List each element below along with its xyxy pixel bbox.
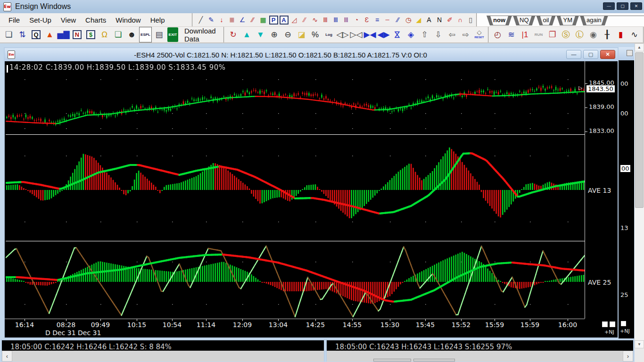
reset-view-icon[interactable]: ◇RESET — [472, 28, 486, 41]
background-window-button[interactable] — [627, 50, 633, 56]
bottom-mini-tab-2[interactable] — [413, 359, 455, 362]
chart-tab-YM[interactable]: YM — [557, 16, 579, 25]
bar-chart-icon[interactable]: ▅▇ — [57, 28, 70, 41]
menu-view[interactable]: View — [56, 14, 81, 26]
quote-board-icon[interactable]: Q — [29, 28, 43, 41]
fib-levels-tool-icon[interactable]: ≣ — [227, 14, 237, 26]
refresh-data-icon[interactable]: ↻ — [226, 28, 240, 41]
chart-window-titlebar[interactable]: Ew -ESH4 2500-Vol C:1821.50 N: H:1821.50… — [5, 48, 618, 61]
app-close-button[interactable]: ✕ — [630, 2, 642, 10]
broker-icon[interactable]: ☻ — [125, 28, 139, 41]
pan-up-icon[interactable]: ⇧ — [418, 28, 431, 41]
eraser-icon[interactable]: ◪ — [295, 28, 308, 41]
candle-style-icon[interactable]: ▮ — [614, 28, 627, 41]
chart-close-button[interactable]: ✕ — [600, 50, 615, 59]
menu-file[interactable]: File — [4, 14, 25, 26]
expansion-levels-tool-icon[interactable]: Ɛ — [362, 14, 372, 26]
bar-style-icon[interactable]: ╂ — [600, 28, 614, 41]
bottom-right-chart-window[interactable]: 18:05:00 C:16243 H:16243 L:16243 S:16255… — [326, 339, 634, 362]
scroll-down-icon[interactable]: ▼ — [254, 28, 267, 41]
triangle-tool-icon[interactable]: ◿ — [289, 14, 299, 26]
menu-help[interactable]: Help — [146, 14, 170, 26]
zoom-in-icon[interactable]: ⊕ — [267, 28, 281, 41]
page-left-icon[interactable]: ▶◀ — [363, 28, 377, 41]
dashed-line-tool-icon[interactable]: ┄ — [382, 14, 393, 26]
scroll-up-button[interactable]: ▲ — [635, 43, 644, 51]
app-maximize-button[interactable]: ▢ — [617, 2, 628, 10]
app-minimize-button[interactable]: — — [603, 2, 615, 10]
scrollbar-thumb[interactable] — [635, 52, 644, 208]
bottom-mini-tab-1[interactable] — [373, 359, 411, 362]
price-axis[interactable]: 1845.001843.501839.001833.00AVE 13AVE 25 — [585, 61, 618, 319]
alarm-clock-icon[interactable]: ◷ — [403, 14, 413, 26]
chart-tab-NQ[interactable]: NQ — [513, 16, 536, 25]
hscroll-right-button[interactable]: › — [623, 351, 633, 362]
alert-bell-icon[interactable]: Ω — [98, 28, 111, 41]
cycle-tool-icon[interactable]: ◔ — [351, 14, 362, 26]
pan-down-icon[interactable]: ⇩ — [431, 28, 445, 41]
percent-scale-icon[interactable]: % — [308, 28, 322, 41]
chart-maximize-button[interactable]: ▢ — [583, 50, 598, 59]
trendline-tool-icon[interactable]: ╱ — [196, 14, 206, 26]
cascade-windows-icon[interactable]: ❏ — [2, 28, 16, 41]
bottom-left-chart-window[interactable]: 18:05:00 C:16242 H:16246 L:16242 S: 8 84… — [1, 339, 325, 362]
bottom-left-hscrollbar[interactable]: ‹ — [2, 351, 324, 362]
print-icon[interactable]: ▤ — [152, 28, 166, 41]
download-data-button[interactable]: Download Data — [180, 27, 222, 43]
espl-icon[interactable]: ESPL — [139, 28, 152, 41]
app-vertical-scrollbar[interactable]: ▲ ▼ — [635, 43, 644, 362]
pan-right-icon[interactable]: ⇨ — [459, 28, 472, 41]
clock-icon[interactable]: ◴ — [491, 28, 504, 41]
hot-list-icon[interactable]: ▲ — [43, 28, 57, 41]
expand-vertical-icon[interactable]: ◈ — [404, 28, 418, 41]
lock-short-icon[interactable]: Ⓢ — [559, 28, 573, 41]
down-arrow-marker-icon[interactable]: ↓ — [216, 14, 227, 26]
trash-tool-icon[interactable]: ▯ — [465, 14, 476, 26]
scroll-up-icon[interactable]: ▲ — [240, 28, 254, 41]
speed-lines-tool-icon[interactable]: ⁄⁄ — [248, 14, 258, 26]
dollar-quotes-icon[interactable]: $ — [84, 28, 98, 41]
page-right-icon[interactable]: ◀▶ — [377, 28, 390, 41]
chart-minimize-button[interactable]: — — [566, 50, 581, 59]
scroll-down-button[interactable]: ▼ — [635, 340, 644, 348]
price-box-tool-icon[interactable]: P — [268, 14, 279, 26]
menu-window[interactable]: Window — [111, 14, 145, 26]
parallel-lines-tool-icon[interactable]: ⁄⁄ — [393, 14, 403, 26]
sound-alert-icon[interactable]: ◉ — [586, 28, 600, 41]
note-n-tool-icon[interactable]: N — [434, 14, 445, 26]
run-study-icon[interactable]: RUN — [532, 28, 545, 41]
compress-vertical-icon[interactable]: ⋈ — [390, 28, 404, 41]
log-scale-icon[interactable]: Log — [322, 28, 336, 41]
corner-checkbox-2[interactable] — [610, 321, 615, 327]
vertical-lines-flag-icon[interactable]: Ⅲ — [320, 14, 330, 26]
pencil-tool-icon[interactable]: ✎ — [206, 14, 216, 26]
chart-template-icon[interactable]: ⇅ — [16, 28, 29, 41]
highlighter-tool-icon[interactable]: ◢ — [413, 14, 424, 26]
line-style-icon[interactable]: ∿ — [627, 28, 641, 41]
vertical-lines-flag2-icon[interactable]: Ⅲ — [330, 14, 341, 26]
background-chart-window[interactable]: 0000001325+NJ — [619, 47, 634, 338]
hscroll-left-button[interactable]: ‹ — [2, 351, 12, 362]
narrow-spacing-icon[interactable]: ◁▷ — [336, 28, 349, 41]
bottom-right-hscrollbar[interactable]: › — [327, 351, 633, 362]
grid-tool-icon[interactable]: ▦ — [258, 14, 268, 26]
chart-tab-oil[interactable]: oil — [537, 16, 556, 25]
text-a-tool-icon[interactable]: A — [424, 14, 434, 26]
corner-checkbox-1[interactable] — [602, 321, 608, 327]
snapshot-icon[interactable]: ❐ — [545, 28, 559, 41]
levels-tool-icon[interactable]: ≡ — [372, 14, 382, 26]
widen-spacing-icon[interactable]: ▷◁ — [349, 28, 363, 41]
hatch-lines-tool-icon[interactable]: ⁄⁄ — [299, 14, 310, 26]
menu-setup[interactable]: Set-Up — [25, 14, 56, 26]
lock-long-icon[interactable]: Ⓛ — [573, 28, 586, 41]
menu-charts[interactable]: Charts — [81, 14, 111, 26]
chart-plot-canvas[interactable] — [6, 64, 585, 319]
magnet-tool-icon[interactable]: ∩ — [455, 14, 465, 26]
time-axis[interactable]: 16:1408:2809:4910:1510:5411:1412:0913:04… — [5, 319, 585, 329]
news-icon[interactable]: N — [70, 28, 84, 41]
dde-link-icon[interactable]: ❏ — [111, 28, 125, 41]
zigzag-tool-icon[interactable]: ∿ — [310, 14, 320, 26]
compare-bars-icon[interactable]: |1 — [518, 28, 532, 41]
pan-left-icon[interactable]: ⇦ — [445, 28, 459, 41]
crayon-tool-icon[interactable]: ✐ — [445, 14, 455, 26]
